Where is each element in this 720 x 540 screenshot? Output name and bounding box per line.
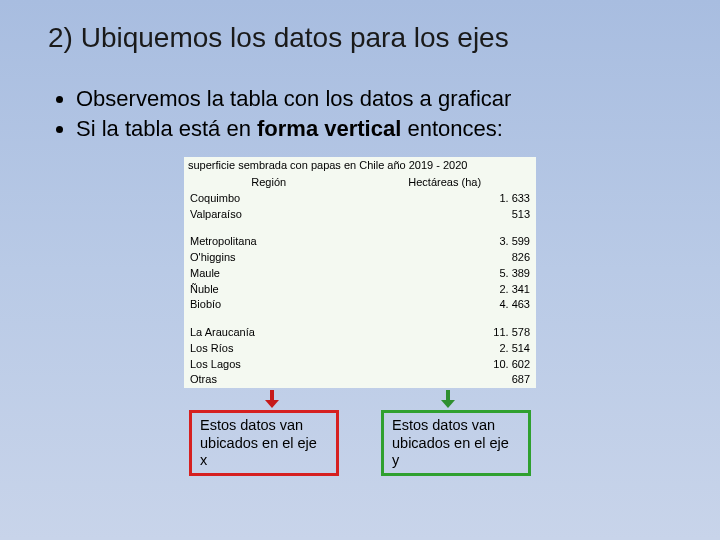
caption-y-axis: Estos datos van ubicados en el eje y [381,410,531,476]
table-cell: Otras [184,372,353,388]
table-cell: Biobío [184,297,353,313]
arrow-down-red-icon [265,390,279,408]
col-header-hectareas: Hectáreas (ha) [353,175,536,191]
table-cell: O'higgins [184,250,353,266]
table-cell: 3. 599 [353,234,536,250]
table-cell: Los Lagos [184,357,353,373]
table-cell: 4. 463 [353,297,536,313]
table-cell: Metropolitana [184,234,353,250]
bullet-2-post: entonces: [401,116,503,141]
table-cell: 513 [353,207,536,223]
table-cell: Maule [184,266,353,282]
axis-captions: Estos datos van ubicados en el eje x Est… [170,410,550,476]
table-cell: 1. 633 [353,191,536,207]
bullet-2-pre: Si la tabla está en [76,116,257,141]
table-cell: 687 [353,372,536,388]
col-header-region: Región [184,175,353,191]
table-cell: 5. 389 [353,266,536,282]
table-caption: superficie sembrada con papas en Chile a… [184,157,536,175]
data-table: superficie sembrada con papas en Chile a… [184,157,536,388]
table-cell: 11. 578 [353,325,536,341]
caption-x-axis: Estos datos van ubicados en el eje x [189,410,339,476]
bullet-list: Observemos la tabla con los datos a graf… [0,66,720,151]
bullet-2: Si la tabla está en forma vertical enton… [76,114,672,144]
bullet-1: Observemos la tabla con los datos a graf… [76,84,672,114]
arrow-down-green-icon [441,390,455,408]
table-cell: Ñuble [184,282,353,298]
table-cell: 826 [353,250,536,266]
table-cell: 2. 341 [353,282,536,298]
table-cell: Coquimbo [184,191,353,207]
arrow-row [184,390,536,408]
slide-title: 2) Ubiquemos los datos para los ejes [0,0,720,66]
table-cell: 10. 602 [353,357,536,373]
table-cell: 2. 514 [353,341,536,357]
table-cell: Los Ríos [184,341,353,357]
bullet-2-bold: forma vertical [257,116,401,141]
table-cell: La Araucanía [184,325,353,341]
table-cell: Valparaíso [184,207,353,223]
